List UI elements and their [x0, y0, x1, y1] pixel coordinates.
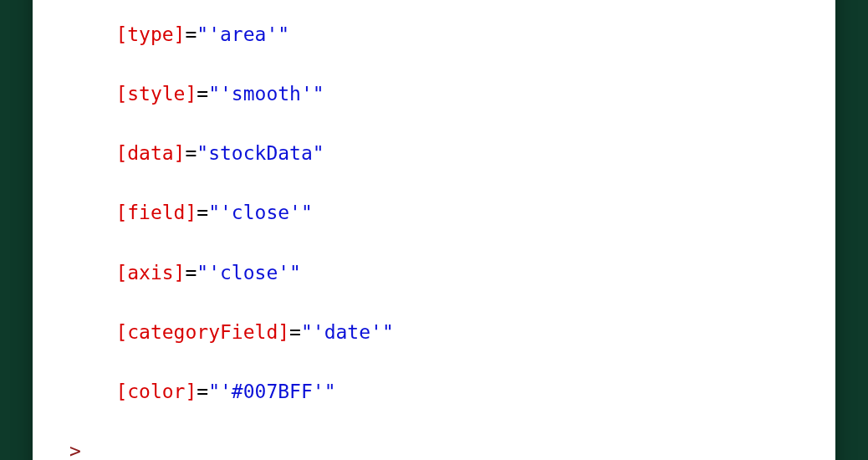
attr-value: "'area'"	[197, 23, 289, 45]
attr-name: [data]	[115, 142, 185, 164]
code-block: <kendo-chart-series-item *ngIf="chartTyp…	[69, 0, 799, 460]
equals: =	[197, 202, 208, 223]
code-line: [data]="stockData"	[69, 139, 799, 169]
code-line: >	[69, 437, 799, 460]
equals: =	[185, 262, 197, 284]
equals: =	[289, 321, 301, 343]
equals: =	[185, 23, 197, 45]
equals: =	[197, 83, 208, 105]
equals: =	[185, 142, 197, 164]
attr-value: "stockData"	[197, 142, 324, 164]
tag-open-end: >	[69, 440, 81, 460]
code-line: [axis]="'close'"	[69, 258, 799, 289]
attr-value: "'date'"	[301, 321, 394, 343]
code-line: [style]="'smooth'"	[69, 79, 799, 110]
attr-name: [type]	[115, 23, 185, 45]
attr-value: "'#007BFF'"	[208, 381, 335, 402]
attr-value: "'close'"	[197, 262, 301, 284]
attr-value: "'close'"	[208, 202, 313, 223]
attr-name: [categoryField]	[115, 321, 289, 343]
code-line: [color]="'#007BFF'"	[69, 377, 799, 407]
code-line: [categoryField]="'date'"	[69, 318, 799, 348]
code-card: <kendo-chart-series-item *ngIf="chartTyp…	[33, 0, 835, 460]
code-line: [type]="'area'"	[69, 20, 799, 50]
attr-name: [field]	[115, 202, 197, 223]
attr-name: [color]	[115, 381, 197, 402]
attr-name: [axis]	[115, 262, 185, 284]
attr-name: [style]	[115, 83, 197, 105]
attr-value: "'smooth'"	[208, 83, 324, 105]
equals: =	[197, 381, 208, 402]
code-line: [field]="'close'"	[69, 198, 799, 228]
